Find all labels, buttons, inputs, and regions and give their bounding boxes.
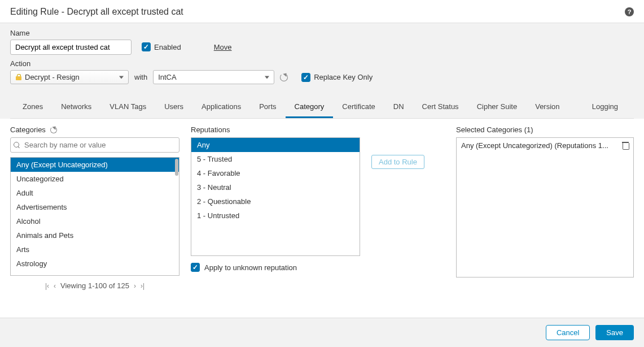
pager-next-icon[interactable]: › [134,282,136,290]
action-select[interactable]: Decrypt - Resign [10,70,129,84]
scrollbar-thumb[interactable] [175,159,178,176]
reputations-list[interactable]: Any5 - Trusted4 - Favorable3 - Neutral2 … [191,137,360,256]
reputation-item[interactable]: 3 - Neutral [191,180,360,194]
reputations-header: Reputations [191,125,230,134]
ca-select[interactable]: IntCA [153,70,274,84]
enabled-checkbox[interactable] [142,42,151,51]
categories-list[interactable]: Any (Except Uncategorized)UncategorizedA… [10,157,179,276]
category-item[interactable]: Advertisements [11,200,179,214]
category-item[interactable]: Astrology [11,257,179,271]
tab-certificate[interactable]: Certificate [333,98,384,118]
footer: Cancel Save [0,318,644,347]
lock-icon [15,74,23,80]
tab-cipher-suite[interactable]: Cipher Suite [468,98,527,118]
tab-applications[interactable]: Applications [192,98,250,118]
category-item[interactable]: Arts [11,242,179,257]
action-value: Decrypt - Resign [25,73,80,81]
category-item[interactable]: Uncategorized [11,172,179,186]
selected-header: Selected Categories (1) [456,125,533,134]
enabled-label: Enabled [154,43,181,51]
name-input[interactable] [10,40,132,55]
add-to-rule-button[interactable]: Add to Rule [371,155,424,169]
tab-networks[interactable]: Networks [52,98,100,118]
reputation-item[interactable]: 5 - Trusted [191,152,360,166]
selected-row[interactable]: Any (Except Uncategorized) (Reputations … [461,141,629,150]
tab-zones[interactable]: Zones [14,98,52,118]
search-icon [14,142,20,149]
categories-refresh-icon[interactable] [50,127,57,133]
form-area: Name Enabled Move Action Decrypt - Resig… [0,23,644,119]
pager: |‹ ‹ Viewing 1-100 of 125 › ›| [10,281,179,290]
ca-value: IntCA [158,73,177,81]
categories-search-input[interactable] [10,137,179,153]
trash-icon[interactable] [622,142,629,150]
reputation-item[interactable]: Any [191,138,360,152]
content: Categories Any (Except Uncategorized)Unc… [0,119,644,293]
selected-row-text: Any (Except Uncategorized) (Reputations … [461,141,608,150]
category-item[interactable]: Animals and Pets [11,228,179,242]
with-label: with [134,73,147,81]
apply-unknown-label: Apply to unknown reputation [204,263,297,272]
pager-last-icon[interactable]: ›| [141,282,144,290]
pager-first-icon[interactable]: |‹ [45,282,49,290]
tab-vlan-tags[interactable]: VLAN Tags [100,98,155,118]
categories-header: Categories [10,125,46,134]
category-item[interactable]: Any (Except Uncategorized) [11,158,179,172]
action-label: Action [10,59,634,68]
pager-text: Viewing 1-100 of 125 [60,281,129,290]
category-item[interactable]: Alcohol [11,214,179,228]
save-button[interactable]: Save [595,325,634,340]
move-link[interactable]: Move [214,43,232,51]
tab-version[interactable]: Version [526,98,568,118]
dialog-title: Editing Rule - Decrypt all except truste… [10,7,183,17]
name-label: Name [10,29,132,37]
reputation-item[interactable]: 4 - Favorable [191,166,360,180]
apply-unknown-checkbox[interactable] [191,263,200,272]
tab-dn[interactable]: DN [384,98,413,118]
selected-categories-box: Any (Except Uncategorized) (Reputations … [456,137,634,277]
reputation-item[interactable]: 2 - Questionable [191,194,360,209]
category-item[interactable]: Adult [11,186,179,200]
dialog-header: Editing Rule - Decrypt all except truste… [0,0,644,23]
refresh-icon[interactable] [280,73,288,81]
tab-users[interactable]: Users [155,98,192,118]
tabs: ZonesNetworksVLAN TagsUsersApplicationsP… [10,92,634,119]
reputation-item[interactable]: 1 - Untrusted [191,209,360,223]
tab-category[interactable]: Category [286,98,334,118]
cancel-button[interactable]: Cancel [546,325,590,340]
tab-ports[interactable]: Ports [250,98,285,118]
replace-key-checkbox[interactable] [301,73,310,82]
tab-logging[interactable]: Logging [583,98,630,118]
pager-prev-icon[interactable]: ‹ [54,282,56,290]
replace-key-label: Replace Key Only [314,73,373,81]
tab-cert-status[interactable]: Cert Status [413,98,468,118]
help-icon[interactable]: ? [625,7,634,16]
